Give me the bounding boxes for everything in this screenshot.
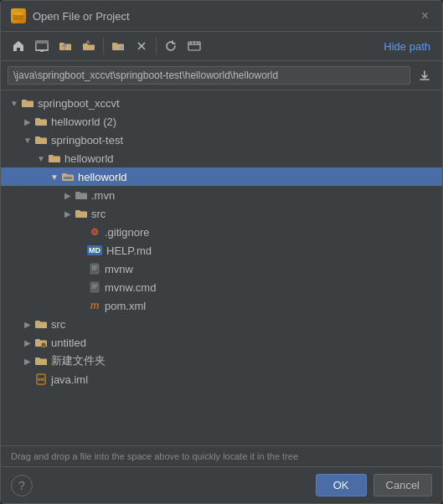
path-bar [1,61,442,90]
folder-icon-helloworld-selected [61,170,75,183]
open-file-dialog: Open File or Project × [0,0,443,504]
folder-icon-untitled [34,336,48,349]
delete-button[interactable] [131,35,152,57]
tree-label-helloworld-parent: helloworld [64,152,114,165]
title-bar-left: Open File or Project [11,8,130,23]
mvnw-file-icon [88,262,101,275]
expand-icon-helloworld2: ▶ [21,115,34,128]
svg-rect-17 [64,177,72,179]
expand-icon-new-folder-cn: ▶ [21,354,34,368]
tree-label-untitled: untitled [51,337,86,349]
expand-icon-untitled: ▶ [21,336,34,349]
folder-icon-helloworld2 [34,115,48,128]
tree-label-helloworld2: helloworld (2) [51,116,116,128]
tree-label-mvnw: mvnw [105,263,133,275]
separator2 [156,38,157,54]
tree-item-new-folder-cn[interactable]: ▶ 新建文件夹 [1,352,442,370]
tree-item-pom-xml[interactable]: ▶ m pom.xml [1,296,442,315]
folder-icon-springboot-test [34,133,48,147]
xml-file-icon: m [88,299,101,312]
svg-rect-22 [90,282,99,292]
iml-file-icon: iml [34,373,48,386]
expand-icon-mvn: ▶ [61,188,75,202]
desktop-folder-button[interactable] [31,35,53,57]
tree-item-gitignore[interactable]: ▶ ⚙ .gitignore [1,223,442,241]
separator1 [103,38,104,54]
tree-label-new-folder-cn: 新建文件夹 [51,353,106,368]
expand-icon-src-outer: ▶ [21,317,34,331]
folder-icon-src-inner [75,207,88,220]
tree-item-src-inner[interactable]: ▶ src [1,204,442,223]
tree-item-springboot-xccvt[interactable]: ▼ springboot_xccvt [1,94,442,112]
toolbar: Hide path [1,32,442,61]
app-icon [11,8,26,23]
tree-item-helloworld2[interactable]: ▶ helloworld (2) [1,112,442,131]
new-folder-button[interactable] [107,35,129,57]
svg-rect-1 [13,14,23,20]
folder-icon-src-outer [34,317,48,331]
close-button[interactable]: × [418,8,432,24]
expand-icon-helloworld-parent: ▼ [34,152,48,165]
folder-icon-helloworld-parent [48,152,61,165]
tree-label-src-inner: src [91,208,106,220]
open-folder-button[interactable] [54,35,76,57]
folder-icon-new-folder-cn [34,354,48,368]
help-button[interactable]: ? [11,475,33,496]
tree-label-src-outer: src [51,318,65,331]
tree-label-gitignore: .gitignore [105,226,149,239]
action-buttons: OK Cancel [316,474,432,496]
tree-label-help-md: HELP.md [106,244,152,257]
tree-item-untitled[interactable]: ▶ untitled [1,333,442,352]
refresh-button[interactable] [160,35,182,57]
tree-item-helloworld-parent[interactable]: ▼ helloworld [1,149,442,167]
ok-button[interactable]: OK [316,474,367,496]
svg-point-26 [41,342,46,347]
svg-text:iml: iml [39,377,45,382]
md-file-icon: MD [88,244,101,257]
svg-rect-2 [36,43,48,50]
folder-icon-springboot-xccvt [21,96,34,110]
expand-icon-helloworld-selected: ▼ [48,170,61,183]
tree-label-helloworld-selected: helloworld [78,171,127,183]
tree-label-springboot-test: springboot-test [51,134,123,147]
cmd-file-icon [88,280,101,294]
tree-label-mvn: .mvn [91,189,115,202]
tree-label-java-iml: java.iml [51,373,88,386]
expand-icon-src-inner: ▶ [61,207,75,220]
tree-item-mvnw[interactable]: ▶ mvnw [1,260,442,278]
home-button[interactable] [8,35,29,57]
tree-item-src-outer[interactable]: ▶ src [1,315,442,333]
svg-rect-18 [90,264,99,274]
tree-label-pom-xml: pom.xml [105,300,146,312]
status-bar: Drag and drop a file into the space abov… [1,445,442,466]
cancel-button[interactable]: Cancel [373,474,432,496]
file-tree: ▼ springboot_xccvt ▶ helloworld (2) ▼ sp… [1,90,442,445]
settings-button[interactable] [183,35,205,57]
expand-icon-springboot-xccvt: ▼ [8,96,21,110]
title-bar: Open File or Project × [1,1,442,32]
expand-icon-springboot-test: ▼ [21,133,34,147]
path-download-button[interactable] [414,64,435,86]
tree-label-springboot-xccvt: springboot_xccvt [38,97,120,110]
tree-item-springboot-test[interactable]: ▼ springboot-test [1,131,442,149]
tree-item-mvn[interactable]: ▶ .mvn [1,186,442,204]
path-input[interactable] [8,66,410,85]
gitignore-file-icon: ⚙ [88,225,101,239]
tree-item-mvnw-cmd[interactable]: ▶ mvnw.cmd [1,278,442,296]
dialog-title: Open File or Project [33,10,130,23]
button-bar: ? OK Cancel [1,466,442,503]
status-message: Drag and drop a file into the space abov… [11,451,298,461]
tree-item-java-iml[interactable]: ▶ iml java.iml [1,370,442,388]
tree-label-mvnw-cmd: mvnw.cmd [105,281,156,294]
up-folder-button[interactable] [78,35,100,57]
hide-path-button[interactable]: Hide path [379,38,435,55]
folder-icon-mvn [75,188,88,202]
tree-item-help-md[interactable]: ▶ MD HELP.md [1,241,442,260]
tree-item-helloworld-selected[interactable]: ▼ helloworld [1,167,442,186]
